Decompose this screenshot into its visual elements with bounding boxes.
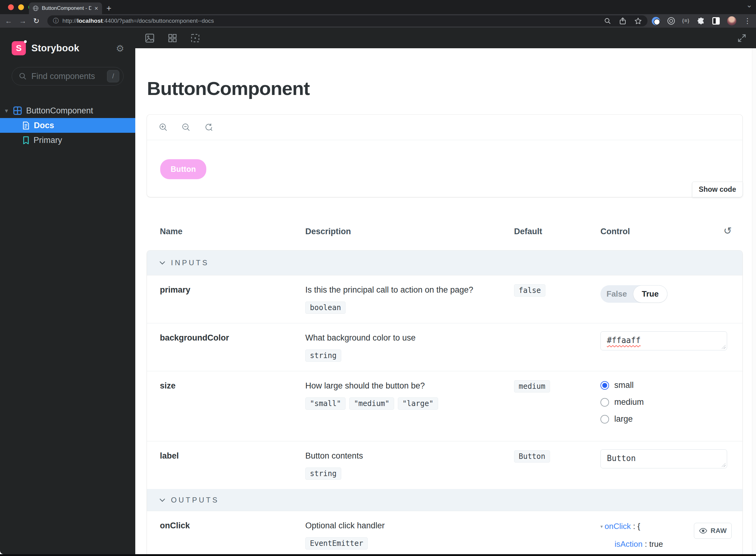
radio-icon[interactable] (600, 415, 609, 423)
type-option-chip: "large" (398, 397, 438, 410)
puzzle-extensions-icon[interactable] (697, 17, 705, 25)
sidebar-item-label: Primary (34, 136, 62, 145)
window-bottom-edge (0, 554, 756, 556)
window-close-button[interactable] (8, 4, 14, 10)
url-text: http://localhost:4400/?path=/docs/button… (62, 18, 214, 24)
reset-controls-icon[interactable]: ↺ (723, 225, 732, 237)
tab-close-icon[interactable]: ✕ (94, 5, 98, 11)
radio-label: medium (614, 397, 644, 407)
share-icon[interactable] (619, 17, 626, 25)
browser-menu-icon[interactable]: ⋮ (744, 16, 751, 25)
document-icon (22, 121, 30, 130)
browser-chrome: ButtonComponent - Docs · St ✕ + ⌄ ← → ↻ … (0, 0, 756, 28)
sidebar-item-buttoncomponent[interactable]: ▾ ButtonComponent (0, 103, 135, 118)
back-icon[interactable]: ← (5, 16, 12, 25)
raw-toggle-button[interactable]: RAW (694, 523, 732, 539)
chevron-down-icon (159, 261, 165, 265)
reload-icon[interactable]: ↻ (33, 16, 39, 25)
profile-avatar[interactable] (727, 16, 736, 26)
forward-icon[interactable]: → (19, 16, 27, 25)
gear-icon[interactable]: ⚙ (116, 43, 124, 54)
arg-description: Is this the principal call to action on … (305, 285, 514, 295)
globe-favicon-icon (33, 5, 39, 11)
zoom-out-icon[interactable] (181, 123, 191, 132)
expander-caret-icon[interactable]: ▾ (5, 107, 12, 114)
address-bar[interactable]: ⓘ http://localhost:4400/?path=/docs/butt… (47, 15, 648, 27)
extension-icons: {≡} ⋮ (652, 16, 751, 26)
bookmark-icon (23, 136, 29, 144)
sidebar: S Storybook ⚙ Find components / ▾ Button… (0, 28, 135, 554)
tab-search-chevron-icon[interactable]: ⌄ (746, 1, 752, 9)
browser-tab[interactable]: ButtonComponent - Docs · St ✕ (29, 2, 102, 14)
search-placeholder: Find components (31, 72, 95, 81)
site-info-icon[interactable]: ⓘ (53, 17, 59, 25)
column-header-description: Description (305, 227, 514, 236)
table-row-label: label Button contents string Button Butt… (147, 441, 743, 489)
radio-option-large[interactable]: large (600, 414, 736, 424)
arg-description: Optional click handler (305, 521, 514, 530)
section-outputs[interactable]: OUTPUTS (147, 489, 743, 511)
new-tab-button[interactable]: + (106, 2, 111, 14)
backgroundcolor-input[interactable]: #ffaaff (600, 331, 727, 350)
bookmark-star-icon[interactable] (634, 17, 642, 25)
zoom-page-icon[interactable] (604, 18, 611, 25)
story-preview-panel: Button Show code (147, 115, 743, 197)
toggle-false-label[interactable]: False (600, 285, 633, 303)
section-inputs[interactable]: INPUTS (147, 250, 743, 275)
rings-extension-icon[interactable] (667, 17, 675, 25)
arg-name: backgroundColor (160, 333, 305, 343)
type-chip: string (305, 349, 341, 362)
argstable: INPUTS primary Is this the principal cal… (147, 250, 743, 554)
column-header-control: Control (600, 227, 736, 236)
show-code-button[interactable]: Show code (692, 182, 743, 197)
preview-button[interactable]: Button (160, 159, 206, 179)
braces-extension-icon[interactable]: {≡} (682, 18, 690, 24)
toggle-true-label[interactable]: True (633, 285, 667, 303)
window-minimize-button[interactable] (18, 4, 24, 10)
browser-toolbar: ← → ↻ ⓘ http://localhost:4400/?path=/doc… (0, 14, 756, 28)
radio-icon[interactable] (600, 381, 609, 390)
tab-title: ButtonComponent - Docs · St (42, 5, 91, 11)
sidebar-item-primary[interactable]: Primary (0, 133, 135, 147)
measure-tool-icon[interactable] (190, 33, 201, 43)
sidebar-item-label: Docs (34, 121, 54, 130)
canvas-toolbar (135, 28, 756, 48)
image-tool-icon[interactable] (144, 33, 155, 43)
section-label: INPUTS (171, 258, 209, 267)
story-tree: ▾ ButtonComponent Docs Primary (0, 103, 135, 147)
docs-canvas: ButtonComponent Button Show code Name (135, 48, 756, 554)
radio-label: small (614, 381, 633, 390)
type-chip: EventEmitter (305, 537, 368, 550)
brand-title: Storybook (31, 43, 79, 54)
type-chip: boolean (305, 302, 346, 314)
radio-option-medium[interactable]: medium (600, 397, 736, 407)
sidebar-item-docs[interactable]: Docs (0, 118, 135, 133)
type-chip: string (305, 467, 341, 480)
zoom-reset-icon[interactable] (204, 123, 213, 132)
sidebar-toggle-icon[interactable] (712, 17, 720, 25)
table-row-primary: primary Is this the principal call to ac… (147, 275, 743, 323)
clock-extension-icon[interactable] (652, 17, 660, 25)
argstable-header: Name Description Default Control ↺ (147, 227, 743, 236)
boolean-toggle[interactable]: False True (600, 285, 667, 303)
default-chip: Button (514, 450, 550, 462)
arg-name: primary (160, 285, 305, 295)
chevron-down-icon (159, 498, 165, 502)
radio-icon[interactable] (600, 398, 609, 407)
default-chip: medium (514, 380, 550, 392)
fullscreen-icon[interactable] (737, 33, 747, 43)
grid-tool-icon[interactable] (167, 33, 178, 43)
table-row-onclick: onClick Optional click handler EventEmit… (147, 511, 743, 554)
zoom-in-icon[interactable] (159, 123, 168, 132)
tree-caret-icon[interactable]: ▾ (600, 524, 603, 529)
main-area: ButtonComponent Button Show code Name (135, 28, 756, 554)
search-input[interactable]: Find components / (12, 67, 124, 85)
table-row-backgroundcolor: backgroundColor What background color to… (147, 323, 743, 371)
section-label: OUTPUTS (171, 496, 219, 505)
radio-option-small[interactable]: small (600, 381, 736, 390)
arg-description: Button contents (305, 451, 514, 461)
scrollbar[interactable] (752, 48, 756, 554)
label-input[interactable]: Button (600, 449, 727, 468)
eye-icon (699, 528, 708, 534)
storybook-app: S Storybook ⚙ Find components / ▾ Button… (0, 28, 756, 554)
